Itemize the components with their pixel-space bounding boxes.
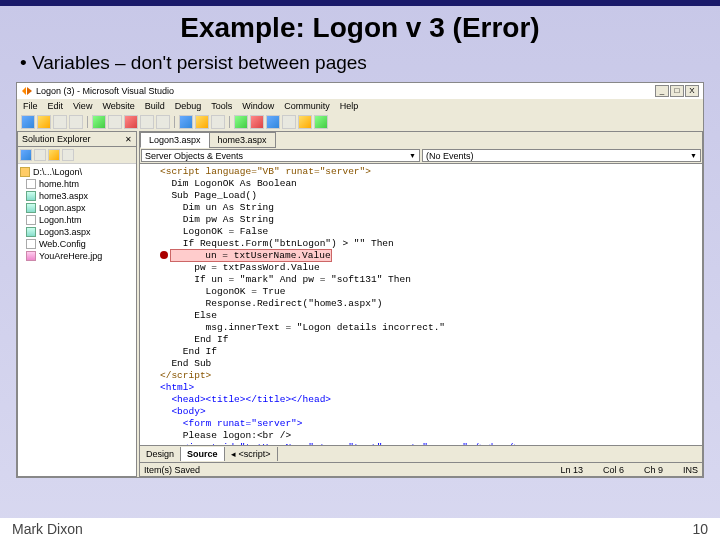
- tree-item[interactable]: home3.aspx: [18, 190, 136, 202]
- toolbar-button[interactable]: [20, 149, 32, 161]
- panel-close-icon[interactable]: ✕: [125, 135, 132, 144]
- file-icon: [26, 203, 36, 213]
- statusbar: Item(s) Saved Ln 13 Col 6 Ch 9 INS: [140, 462, 702, 476]
- toolbar-button[interactable]: [140, 115, 154, 129]
- tree-item[interactable]: Logon.aspx: [18, 202, 136, 214]
- maximize-button[interactable]: □: [670, 85, 684, 97]
- toolbar-button[interactable]: [156, 115, 170, 129]
- toolbar-separator: [229, 116, 230, 128]
- toolbar-button[interactable]: [179, 115, 193, 129]
- view-tab-design[interactable]: Design: [140, 447, 181, 461]
- slide-author: Mark Dixon: [12, 521, 83, 537]
- status-line: Ln 13: [560, 465, 583, 475]
- menu-website[interactable]: Website: [102, 101, 134, 111]
- file-icon: [26, 179, 36, 189]
- view-mode-tabs: Design Source ◂ <script>: [140, 445, 702, 462]
- toolbar-button[interactable]: [282, 115, 296, 129]
- toolbar-separator: [87, 116, 88, 128]
- folder-icon: [20, 167, 30, 177]
- chevron-down-icon: ▼: [690, 152, 697, 159]
- toolbar-button[interactable]: [211, 115, 225, 129]
- tree-label: Logon.htm: [39, 215, 82, 225]
- menu-file[interactable]: File: [23, 101, 38, 111]
- status-saved: Item(s) Saved: [144, 465, 200, 475]
- file-tree: D:\...\Logon\ home.htmhome3.aspxLogon.as…: [18, 164, 136, 476]
- slide-footer: Mark Dixon 10: [0, 518, 720, 540]
- toolbar-button[interactable]: [234, 115, 248, 129]
- toolbar-button[interactable]: [92, 115, 106, 129]
- slide-title: Example: Logon v 3 (Error): [0, 6, 720, 48]
- titlebar: Logon (3) - Microsoft Visual Studio _ □ …: [17, 83, 703, 99]
- toolbar-button[interactable]: [124, 115, 138, 129]
- objects-dropdown[interactable]: Server Objects & Events▼: [141, 149, 420, 162]
- status-ins: INS: [683, 465, 698, 475]
- toolbar-button[interactable]: [37, 115, 51, 129]
- status-col: Col 6: [603, 465, 624, 475]
- tree-item[interactable]: Web.Config: [18, 238, 136, 250]
- menu-tools[interactable]: Tools: [211, 101, 232, 111]
- view-tab-source[interactable]: Source: [181, 447, 225, 461]
- toolbar-button[interactable]: [195, 115, 209, 129]
- solution-explorer-panel: Solution Explorer ✕ D:\...\Logon\ home.h…: [17, 131, 137, 477]
- slide-number: 10: [692, 521, 708, 537]
- close-button[interactable]: X: [685, 85, 699, 97]
- dropdown-value: Server Objects & Events: [145, 151, 243, 161]
- tree-item[interactable]: Logon.htm: [18, 214, 136, 226]
- toolbar: [17, 113, 703, 131]
- editor-tabs: Logon3.aspx home3.aspx: [140, 132, 702, 148]
- menu-view[interactable]: View: [73, 101, 92, 111]
- toolbar-button[interactable]: [62, 149, 74, 161]
- tab-logon3[interactable]: Logon3.aspx: [140, 132, 210, 148]
- file-icon: [26, 215, 36, 225]
- file-icon: [26, 251, 36, 261]
- tree-label: Logon.aspx: [39, 203, 86, 213]
- toolbar-button[interactable]: [69, 115, 83, 129]
- tree-root[interactable]: D:\...\Logon\: [18, 166, 136, 178]
- toolbar-button[interactable]: [250, 115, 264, 129]
- toolbar-button[interactable]: [48, 149, 60, 161]
- file-icon: [26, 191, 36, 201]
- toolbar-button[interactable]: [108, 115, 122, 129]
- menu-build[interactable]: Build: [145, 101, 165, 111]
- toolbar-button[interactable]: [53, 115, 67, 129]
- toolbar-separator: [174, 116, 175, 128]
- status-ch: Ch 9: [644, 465, 663, 475]
- tree-label: Logon3.aspx: [39, 227, 91, 237]
- minimize-button[interactable]: _: [655, 85, 669, 97]
- window-title: Logon (3) - Microsoft Visual Studio: [36, 86, 655, 96]
- tree-label: Web.Config: [39, 239, 86, 249]
- tree-label: YouAreHere.jpg: [39, 251, 102, 261]
- dropdown-value: (No Events): [426, 151, 474, 161]
- toolbar-button[interactable]: [21, 115, 35, 129]
- toolbar-button[interactable]: [298, 115, 312, 129]
- tree-item[interactable]: Logon3.aspx: [18, 226, 136, 238]
- code-area[interactable]: <script language="VB" runat="server"> Di…: [156, 164, 702, 445]
- tree-item[interactable]: YouAreHere.jpg: [18, 250, 136, 262]
- menu-help[interactable]: Help: [340, 101, 359, 111]
- menu-community[interactable]: Community: [284, 101, 330, 111]
- menu-edit[interactable]: Edit: [48, 101, 64, 111]
- toolbar-button[interactable]: [314, 115, 328, 129]
- visual-studio-window: Logon (3) - Microsoft Visual Studio _ □ …: [16, 82, 704, 478]
- panel-header: Solution Explorer ✕: [18, 132, 136, 147]
- tab-home3[interactable]: home3.aspx: [209, 132, 276, 148]
- toolbar-button[interactable]: [266, 115, 280, 129]
- explorer-toolbar: [18, 147, 136, 164]
- tree-label: home3.aspx: [39, 191, 88, 201]
- file-icon: [26, 227, 36, 237]
- slide-bullet: Variables – don't persist between pages: [0, 48, 720, 82]
- tree-label: D:\...\Logon\: [33, 167, 82, 177]
- toolbar-button[interactable]: [34, 149, 46, 161]
- tree-item[interactable]: home.htm: [18, 178, 136, 190]
- menu-debug[interactable]: Debug: [175, 101, 202, 111]
- code-editor: Logon3.aspx home3.aspx Server Objects & …: [139, 131, 703, 477]
- chevron-down-icon: ▼: [409, 152, 416, 159]
- events-dropdown[interactable]: (No Events)▼: [422, 149, 701, 162]
- vs-logo-icon: [21, 85, 33, 97]
- breadcrumb-path[interactable]: ◂ <script>: [225, 447, 278, 461]
- menu-window[interactable]: Window: [242, 101, 274, 111]
- tree-label: home.htm: [39, 179, 79, 189]
- menubar: File Edit View Website Build Debug Tools…: [17, 99, 703, 113]
- panel-title: Solution Explorer: [22, 134, 91, 144]
- file-icon: [26, 239, 36, 249]
